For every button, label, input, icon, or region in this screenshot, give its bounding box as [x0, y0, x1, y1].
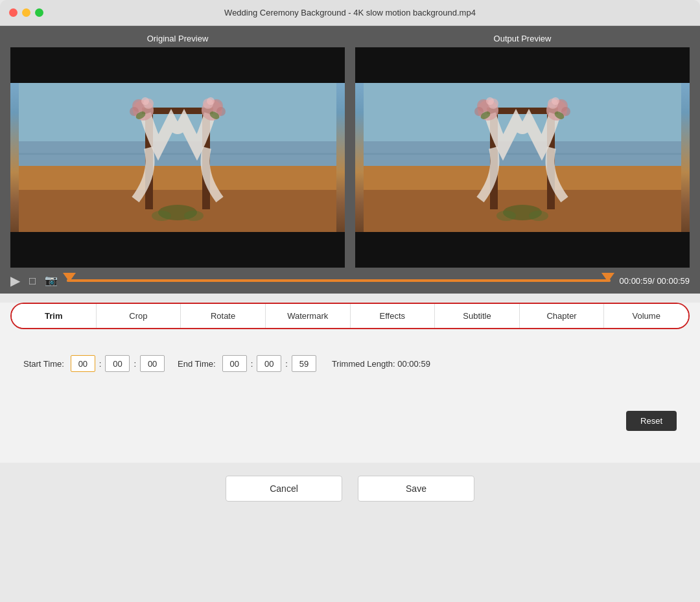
window-controls — [9, 8, 43, 17]
tab-chapter[interactable]: Chapter — [520, 304, 605, 328]
play-icon[interactable]: ▶ — [10, 274, 20, 287]
sep-4: : — [285, 359, 288, 369]
svg-point-35 — [486, 97, 494, 105]
original-preview-section: Original Preview — [10, 34, 345, 268]
maximize-button[interactable] — [35, 8, 43, 17]
close-button[interactable] — [9, 8, 18, 17]
bottom-panel: Trim Crop Rotate Watermark Effects Subti… — [0, 303, 700, 463]
top-black-bar-left — [10, 47, 345, 83]
start-seconds-input[interactable] — [140, 355, 165, 372]
original-scene-svg — [10, 83, 345, 232]
trimmed-length-display: Trimmed Length: 00:00:59 — [332, 359, 430, 369]
output-preview-label: Output Preview — [494, 34, 552, 43]
sep-1: : — [99, 359, 102, 369]
svg-point-17 — [207, 97, 215, 105]
bottom-black-bar-left — [10, 232, 345, 268]
end-hours-input[interactable] — [222, 355, 247, 372]
output-video — [355, 47, 690, 268]
start-hours-input[interactable] — [71, 355, 95, 372]
timeline-right-thumb[interactable] — [601, 273, 614, 282]
timeline-fill — [67, 279, 610, 282]
screenshot-icon[interactable]: 📷 — [45, 275, 58, 286]
output-video-frame — [355, 83, 690, 232]
timeline-track — [67, 279, 610, 282]
output-preview-section: Output Preview — [355, 34, 690, 268]
start-time-label: Start Time: — [23, 359, 64, 369]
svg-point-12 — [141, 97, 149, 105]
tab-crop[interactable]: Crop — [97, 304, 181, 328]
svg-rect-2 — [19, 153, 336, 155]
tab-effects[interactable]: Effects — [351, 304, 436, 328]
original-preview-label: Original Preview — [147, 34, 209, 43]
reset-row: Reset — [23, 411, 677, 431]
sep-2: : — [134, 359, 136, 369]
bottom-black-bar-right — [355, 232, 690, 268]
trim-content: Start Time: : : End Time: : : Trimmed Le… — [10, 329, 690, 452]
original-video — [10, 47, 345, 268]
svg-rect-25 — [364, 153, 681, 155]
window-title: Wedding Ceremony Background - 4K slow mo… — [224, 8, 476, 17]
svg-point-22 — [184, 211, 204, 221]
preview-panels: Original Preview — [10, 34, 690, 268]
time-row: Start Time: : : End Time: : : Trimmed Le… — [23, 355, 677, 372]
controls-bar: ▶ □ 📷 00:00:59/ 00:00:59 — [0, 268, 700, 294]
svg-point-21 — [152, 211, 171, 221]
minimize-button[interactable] — [22, 8, 30, 17]
tab-volume[interactable]: Volume — [604, 304, 688, 328]
save-button[interactable]: Save — [358, 476, 474, 502]
tab-trim[interactable]: Trim — [12, 304, 97, 328]
output-scene-svg — [355, 83, 690, 232]
timeline-container[interactable] — [67, 278, 610, 283]
svg-point-44 — [496, 211, 516, 221]
start-minutes-input[interactable] — [105, 355, 130, 372]
svg-point-40 — [552, 97, 559, 105]
stop-icon[interactable]: □ — [29, 275, 36, 286]
preview-area: Original Preview — [0, 26, 700, 268]
tab-subtitle[interactable]: Subtitle — [435, 304, 520, 328]
timeline-left-thumb[interactable] — [63, 273, 76, 282]
end-minutes-input[interactable] — [257, 355, 281, 372]
tabs-container: Trim Crop Rotate Watermark Effects Subti… — [10, 303, 690, 329]
reset-button[interactable]: Reset — [626, 411, 677, 431]
tab-rotate[interactable]: Rotate — [181, 304, 266, 328]
end-seconds-input[interactable] — [292, 355, 316, 372]
action-buttons-row: Cancel Save — [0, 463, 700, 517]
svg-point-45 — [529, 211, 548, 221]
tab-watermark[interactable]: Watermark — [266, 304, 351, 328]
end-time-label: End Time: — [178, 359, 216, 369]
original-video-frame — [10, 83, 345, 232]
top-black-bar-right — [355, 47, 690, 83]
sep-3: : — [251, 359, 253, 369]
time-display: 00:00:59/ 00:00:59 — [620, 276, 690, 286]
cancel-button[interactable]: Cancel — [226, 476, 342, 502]
titlebar: Wedding Ceremony Background - 4K slow mo… — [0, 0, 700, 26]
